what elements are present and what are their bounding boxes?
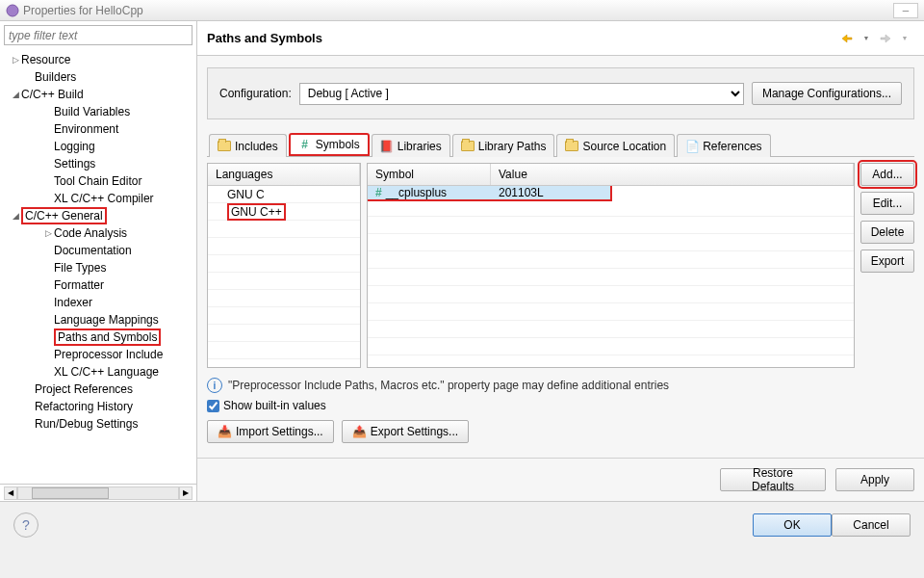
left-pane: ▷Resource Builders ◢C/C++ Build Build Va… [0, 21, 197, 501]
page-header: Paths and Symbols ▼ ▼ [197, 21, 924, 56]
property-tree: ▷Resource Builders ◢C/C++ Build Build Va… [0, 49, 196, 484]
tree-xlcomp[interactable]: XL C/C++ Compiler [42, 190, 196, 207]
srcloc-icon [565, 140, 578, 153]
tree-builders[interactable]: Builders [23, 68, 196, 86]
export-icon: 📤 [352, 425, 367, 438]
tab-srcloc[interactable]: Source Location [556, 134, 675, 157]
tree-documentation[interactable]: Documentation [42, 242, 196, 259]
export-button[interactable]: Export [860, 250, 914, 273]
cancel-button[interactable]: Cancel [832, 513, 911, 537]
symbols-icon: # [298, 138, 312, 151]
tables-area: Languages GNU C GNU C++ Symbol Value [207, 163, 914, 368]
tree-xllang[interactable]: XL C/C++ Language [42, 363, 196, 381]
info-line: i "Preprocessor Include Paths, Macros et… [207, 378, 914, 393]
config-select[interactable]: Debug [ Active ] [299, 83, 744, 105]
tree-langmap[interactable]: Language Mappings [42, 311, 196, 328]
scroll-right-icon[interactable]: ▶ [179, 486, 192, 500]
svg-point-0 [7, 5, 18, 16]
symbol-row-cplusplus[interactable]: #__cplusplus 201103L [368, 186, 612, 201]
config-label: Configuration: [219, 87, 292, 100]
help-button[interactable]: ? [13, 512, 38, 538]
minimize-button[interactable]: ─ [893, 3, 918, 18]
refs-icon: 📄 [685, 140, 699, 153]
libpaths-icon [461, 140, 475, 153]
tree-ccgeneral[interactable]: ◢C/C++ General [10, 207, 196, 224]
lang-row-gnucpp[interactable]: GNU C++ [208, 203, 360, 221]
forward-icon[interactable] [877, 30, 894, 47]
tree-env[interactable]: Environment [42, 120, 196, 138]
app-icon [6, 4, 19, 17]
import-settings-button[interactable]: 📥Import Settings... [207, 420, 334, 443]
hash-icon: # [375, 186, 382, 199]
title-bar: Properties for HelloCpp ─ [0, 0, 924, 21]
tree-preproc[interactable]: Preprocessor Include [42, 346, 196, 363]
tab-refs[interactable]: 📄References [677, 134, 770, 157]
window-title: Properties for HelloCpp [23, 4, 143, 17]
import-icon: 📥 [218, 425, 232, 438]
right-pane: Paths and Symbols ▼ ▼ Configuration: Deb… [197, 21, 924, 501]
tab-includes[interactable]: Includes [209, 134, 287, 157]
tree-indexer[interactable]: Indexer [42, 294, 196, 311]
tree-filetypes[interactable]: File Types [42, 259, 196, 276]
edit-button[interactable]: Edit... [860, 192, 914, 215]
tree-formatter[interactable]: Formatter [42, 276, 196, 294]
config-row: Configuration: Debug [ Active ] Manage C… [207, 67, 914, 119]
tree-toolchain[interactable]: Tool Chain Editor [42, 172, 196, 190]
tree-rundebug[interactable]: Run/Debug Settings [23, 415, 196, 433]
tree-codeanalysis[interactable]: ▷Code Analysis [42, 224, 196, 242]
apply-button[interactable]: Apply [835, 468, 914, 491]
tree-resource[interactable]: ▷Resource [10, 51, 196, 68]
symbols-table: Symbol Value #__cplusplus 201103L [367, 163, 855, 368]
info-icon: i [207, 378, 222, 393]
show-builtin-checkbox[interactable]: Show built-in values [207, 399, 914, 412]
tree-refhist[interactable]: Refactoring History [23, 398, 196, 415]
languages-table: Languages GNU C GNU C++ [207, 163, 361, 368]
info-text: "Preprocessor Include Paths, Macros etc.… [228, 379, 669, 392]
main-area: ▷Resource Builders ◢C/C++ Build Build Va… [0, 21, 924, 501]
tree-ccbuild[interactable]: ◢C/C++ Build [10, 86, 196, 103]
tab-symbols[interactable]: #Symbols [289, 133, 370, 156]
lang-header: Languages [208, 164, 360, 185]
filter-input[interactable] [4, 25, 192, 45]
symbol-header: Symbol [368, 164, 491, 185]
side-buttons: Add... Edit... Delete Export [860, 163, 914, 368]
back-menu-icon[interactable]: ▼ [858, 30, 875, 47]
value-header: Value [491, 164, 854, 185]
tree-settings[interactable]: Settings [42, 155, 196, 172]
ok-button[interactable]: OK [753, 513, 832, 537]
libraries-icon: 📕 [380, 140, 394, 153]
page-title: Paths and Symbols [207, 31, 322, 45]
tree-logging[interactable]: Logging [42, 138, 196, 155]
content-area: Configuration: Debug [ Active ] Manage C… [197, 56, 924, 458]
add-button[interactable]: Add... [860, 163, 914, 186]
lang-row-gnuc[interactable]: GNU C [208, 186, 360, 203]
scroll-left-icon[interactable]: ◀ [4, 486, 17, 500]
restore-defaults-button[interactable]: Restore Defaults [720, 468, 826, 491]
tree-buildvars[interactable]: Build Variables [42, 103, 196, 120]
bottom-bar: ? OK Cancel [0, 501, 924, 547]
defaults-row: Restore Defaults Apply [197, 458, 924, 501]
includes-icon [218, 140, 231, 153]
tree-paths[interactable]: Paths and Symbols [42, 328, 196, 346]
tree-hscroll[interactable]: ◀ ▶ [0, 484, 196, 501]
tree-projrefs[interactable]: Project References [23, 381, 196, 398]
delete-button[interactable]: Delete [860, 221, 914, 244]
tab-libpaths[interactable]: Library Paths [452, 134, 555, 157]
export-settings-button[interactable]: 📤Export Settings... [342, 420, 469, 443]
tabs: Includes #Symbols 📕Libraries Library Pat… [207, 133, 914, 157]
forward-menu-icon[interactable]: ▼ [896, 30, 913, 47]
tab-libraries[interactable]: 📕Libraries [372, 134, 450, 157]
manage-config-button[interactable]: Manage Configurations... [752, 82, 902, 105]
show-builtin-input[interactable] [207, 400, 219, 412]
back-icon[interactable] [838, 30, 856, 47]
import-export-row: 📥Import Settings... 📤Export Settings... [207, 420, 914, 443]
